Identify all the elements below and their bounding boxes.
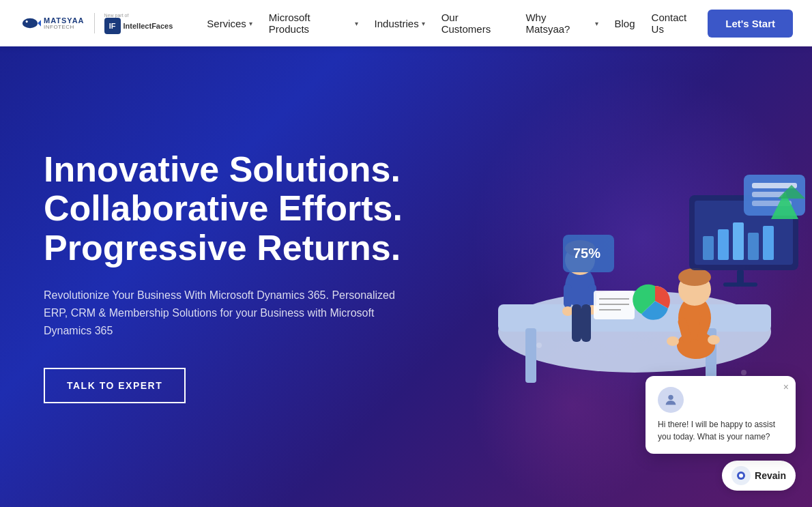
nav-link-blog[interactable]: Blog — [608, 14, 642, 33]
new-part-of-text: New part of — [104, 13, 129, 18]
user-icon — [663, 392, 678, 407]
nav-link-microsoft-products[interactable]: Microsoft Products ▾ — [262, 8, 365, 39]
infotech-text: INFOTECH — [44, 25, 85, 31]
navbar: MATSYAA INFOTECH New part of IF Intellec… — [0, 0, 812, 46]
nav-link-why-matsyaa[interactable]: Why Matsyaa? ▾ — [519, 8, 605, 39]
svg-point-2 — [26, 20, 28, 23]
hero-title: Innovative Solutions. Collaborative Effo… — [44, 150, 403, 267]
nav-item-contact-us[interactable]: Contact Us — [645, 8, 708, 39]
chat-widget: × Hi there! I will be happy to assist yo… — [646, 376, 796, 491]
svg-rect-15 — [581, 304, 591, 342]
intellectfaces-text: IntellectFaces — [124, 22, 173, 30]
nav-item-blog[interactable]: Blog — [608, 14, 642, 33]
nav-item-why-matsyaa[interactable]: Why Matsyaa? ▾ — [519, 8, 605, 39]
chat-revain-button[interactable]: Revain — [722, 461, 796, 491]
nav-item-services[interactable]: Services ▾ — [200, 14, 259, 33]
chevron-down-icon: ▾ — [355, 20, 358, 27]
chevron-down-icon: ▾ — [249, 20, 252, 27]
lets-start-button[interactable]: Let's Start — [708, 10, 793, 38]
svg-point-47 — [741, 370, 746, 375]
logo-fish-icon — [19, 12, 41, 34]
nav-link-services[interactable]: Services ▾ — [200, 14, 259, 33]
nav-item-our-customers[interactable]: Our Customers — [435, 8, 517, 39]
svg-point-22 — [667, 336, 679, 346]
svg-rect-34 — [748, 233, 759, 260]
logo: MATSYAA INFOTECH New part of IF Intellec… — [19, 12, 173, 34]
revain-icon — [731, 466, 751, 485]
svg-point-19 — [678, 268, 711, 286]
hero-content: Innovative Solutions. Collaborative Effo… — [0, 150, 447, 403]
nav-link-our-customers[interactable]: Our Customers — [435, 8, 517, 39]
svg-text:75%: 75% — [573, 246, 600, 261]
revain-label: Revain — [755, 470, 786, 481]
nav-link-contact-us[interactable]: Contact Us — [645, 8, 708, 39]
svg-rect-35 — [763, 226, 774, 260]
svg-rect-14 — [572, 304, 581, 342]
nav-menu: Services ▾ Microsoft Products ▾ Industri… — [200, 8, 708, 39]
intellectfaces-logo: New part of IF IntellectFaces — [104, 13, 173, 34]
svg-rect-5 — [525, 328, 536, 383]
svg-rect-32 — [718, 229, 729, 260]
svg-rect-36 — [737, 270, 744, 284]
chat-popup: × Hi there! I will be happy to assist yo… — [646, 376, 796, 454]
if-icon: IF — [104, 18, 121, 34]
svg-rect-31 — [703, 236, 714, 260]
svg-point-46 — [536, 343, 542, 348]
chat-popup-text: Hi there! I will be happy to assist you … — [658, 418, 783, 443]
chevron-down-icon: ▾ — [595, 20, 598, 27]
matsyaa-logo: MATSYAA INFOTECH — [19, 12, 85, 34]
svg-point-48 — [668, 395, 673, 400]
chevron-down-icon: ▾ — [422, 20, 425, 27]
talk-to-expert-button[interactable]: TALK TO EXPERT — [44, 368, 186, 403]
svg-rect-37 — [723, 283, 757, 287]
svg-rect-10 — [564, 284, 572, 308]
nav-item-microsoft-products[interactable]: Microsoft Products ▾ — [262, 8, 365, 39]
nav-item-industries[interactable]: Industries ▾ — [368, 14, 432, 33]
svg-point-23 — [708, 335, 720, 345]
chat-avatar — [658, 387, 684, 413]
matsyaa-text: MATSYAA — [44, 16, 85, 25]
hero-section: MATSYAA INFOTECH New part of IF Intellec… — [0, 0, 812, 507]
hero-subtitle: Revolutionize Your Business With Microso… — [44, 287, 398, 341]
svg-point-50 — [739, 474, 743, 478]
nav-link-industries[interactable]: Industries ▾ — [368, 14, 432, 33]
svg-rect-33 — [733, 222, 744, 260]
svg-point-12 — [562, 306, 573, 316]
logo-divider — [94, 13, 95, 33]
svg-marker-1 — [38, 20, 41, 27]
close-icon[interactable]: × — [783, 381, 789, 392]
svg-point-0 — [23, 18, 38, 28]
